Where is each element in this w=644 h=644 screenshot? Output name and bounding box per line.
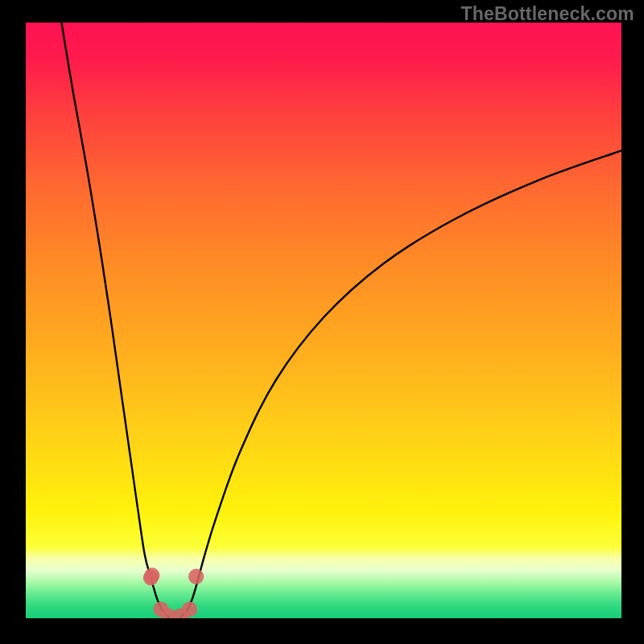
curves-svg: [26, 23, 621, 618]
watermark-text: TheBottleneck.com: [460, 3, 634, 25]
data-marker: [182, 601, 197, 617]
chart-frame: TheBottleneck.com: [0, 0, 644, 644]
plot-area: [26, 23, 621, 618]
data-marker: [144, 568, 159, 583]
curve-right: [180, 151, 621, 617]
curve-left: [61, 23, 168, 617]
data-marker: [188, 569, 204, 584]
